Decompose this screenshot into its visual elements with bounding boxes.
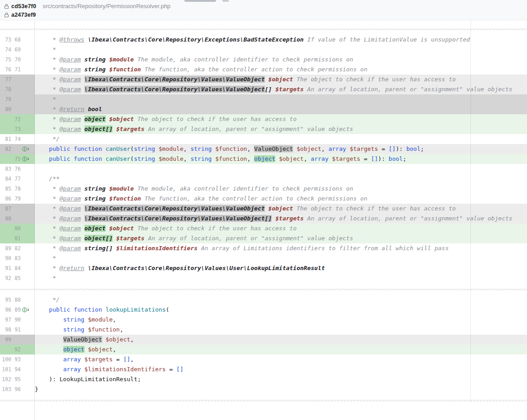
diff-row: 8578 * @param string $module The module,… (0, 184, 527, 194)
line-number-new: 81 (11, 235, 21, 242)
code-line[interactable]: * @param \Ibexa\Contracts\Core\Repositor… (35, 84, 527, 94)
code-line[interactable]: array $limitationsIdentifiers = [] (35, 364, 527, 374)
code-line[interactable]: * (35, 253, 527, 263)
line-number-old: 82 (0, 146, 11, 152)
diff-row: 80 * @return bool (0, 104, 527, 114)
diff-row: 72 * @param object $object The object to… (0, 114, 527, 124)
line-number-new: 89 (11, 307, 21, 313)
gutter: 82 (0, 144, 35, 154)
line-number-new: 85 (11, 275, 21, 281)
line-number-new: 71 (11, 66, 21, 73)
code-line[interactable]: array $targets = [], (35, 355, 527, 364)
code-line[interactable]: } (35, 384, 527, 394)
line-number-old: 79 (0, 96, 11, 103)
diff-row: 8477 /** (0, 174, 527, 184)
code-line[interactable]: * @param string $function The function, … (35, 194, 527, 204)
collapsed-region-separator[interactable] (0, 283, 527, 295)
code-line[interactable]: * @param object $object The object to ch… (35, 114, 527, 124)
diff-row: 9083 * (0, 253, 527, 263)
gutter: 10194 (0, 364, 35, 374)
code-line[interactable]: * @param \Ibexa\Contracts\Core\Repositor… (35, 214, 527, 224)
diff-editor[interactable]: 7368 * @throws \Ibexa\Contracts\Core\Rep… (0, 20, 527, 420)
line-number-new: 90 (11, 317, 21, 323)
line-number-old: 73 (0, 37, 11, 43)
line-number-old: 96 (0, 307, 11, 313)
gutter: 9891 (0, 325, 35, 335)
diff-row: 8679 * @param string $function The funct… (0, 194, 527, 204)
code-line[interactable]: * @param string $module The module, aka … (35, 55, 527, 65)
gutter: 75 (0, 154, 35, 164)
diff-row: 79 * (0, 94, 527, 104)
code-line[interactable]: public function canUser(string $module, … (35, 144, 527, 154)
editor-bottom-gap (0, 406, 527, 420)
code-line[interactable]: ValueObject $object, (35, 335, 527, 345)
diff-row: 82 public function canUser(string $modul… (0, 144, 527, 154)
line-number-new: 88 (11, 297, 21, 303)
diff-row: 9285 * (0, 273, 527, 283)
gutter: 8174 (0, 134, 35, 144)
code-line[interactable]: string $function, (35, 325, 527, 335)
collapsed-region-separator[interactable] (0, 23, 527, 35)
gutter: 7368 (0, 35, 35, 45)
line-number-new: 83 (11, 255, 21, 261)
code-line[interactable]: */ (35, 295, 527, 305)
code-line[interactable]: public function lookupLimitations( (35, 305, 527, 315)
line-number-new: 92 (11, 346, 21, 353)
gutter: 8376 (0, 164, 35, 174)
code-line[interactable]: * @param string $function The function, … (35, 65, 527, 75)
code-line[interactable]: object $object, (35, 345, 527, 355)
line-number-old: 101 (0, 366, 11, 373)
line-number-old: 77 (0, 76, 11, 83)
line-number-new: 79 (11, 196, 21, 202)
code-line[interactable]: * (35, 94, 527, 104)
code-line[interactable]: string $module, (35, 315, 527, 325)
code-line[interactable]: /** (35, 174, 527, 184)
diff-row: 8376 (0, 164, 527, 174)
diff-row: 78 * @param \Ibexa\Contracts\Core\Reposi… (0, 84, 527, 94)
code-line[interactable]: * @param object[] $targets An array of l… (35, 124, 527, 134)
code-line[interactable]: * @throws \Ibexa\Contracts\Core\Reposito… (35, 35, 527, 45)
code-line[interactable]: * @param object $object The object to ch… (35, 224, 527, 233)
line-number-new: 82 (11, 245, 21, 252)
line-number-old: 74 (0, 47, 11, 53)
lock-icon (4, 4, 9, 9)
line-number-new: 80 (11, 225, 21, 232)
code-line[interactable]: public function canUser(string $module, … (35, 154, 527, 164)
diff-row: 7671 * @param string $function The funct… (0, 65, 527, 75)
gutter: 87 (0, 204, 35, 214)
diff-row: 88 * @param \Ibexa\Contracts\Core\Reposi… (0, 214, 527, 224)
commit-hash-right: a2473ef9 (11, 12, 36, 18)
line-number-new: 96 (11, 386, 21, 392)
diff-row: 7570 * @param string $module The module,… (0, 55, 527, 65)
top-scrollbar-thumb[interactable] (184, 0, 216, 2)
code-line[interactable]: * @param string[] $limitationsIdentifier… (35, 243, 527, 253)
gutter: 8477 (0, 174, 35, 184)
gutter: 9184 (0, 263, 35, 273)
line-number-new: 95 (11, 376, 21, 383)
implemented-method-icon[interactable] (22, 146, 30, 152)
code-line[interactable]: * @param \Ibexa\Contracts\Core\Repositor… (35, 75, 527, 84)
gutter: 73 (0, 124, 35, 134)
implemented-method-icon[interactable] (22, 156, 30, 162)
code-line[interactable]: * @param object[] $targets An array of l… (35, 233, 527, 243)
code-line[interactable]: * @return bool (35, 104, 527, 114)
diff-row: 10093 array $targets = [], (0, 355, 527, 364)
code-line[interactable]: ): LookupLimitationResult; (35, 374, 527, 384)
code-line[interactable]: * @param string $module The module, aka … (35, 184, 527, 194)
line-number-new: 75 (11, 156, 21, 162)
gutter: 10396 (0, 384, 35, 394)
code-line[interactable]: * (35, 45, 527, 55)
line-number-old: 91 (0, 265, 11, 271)
code-line[interactable]: */ (35, 134, 527, 144)
line-number-new: 77 (11, 176, 21, 182)
line-number-new: 72 (11, 116, 21, 122)
line-number-old: 81 (0, 136, 11, 142)
line-number-new: 68 (11, 37, 21, 43)
code-line[interactable]: * @param \Ibexa\Contracts\Core\Repositor… (35, 204, 527, 214)
implemented-method-icon[interactable] (22, 307, 30, 313)
code-line[interactable] (35, 164, 527, 174)
code-line[interactable]: * @return \Ibexa\Contracts\Core\Reposito… (35, 263, 527, 273)
collapsed-region-separator[interactable] (0, 394, 527, 406)
gutter: 10093 (0, 355, 35, 364)
code-line[interactable]: * (35, 273, 527, 283)
